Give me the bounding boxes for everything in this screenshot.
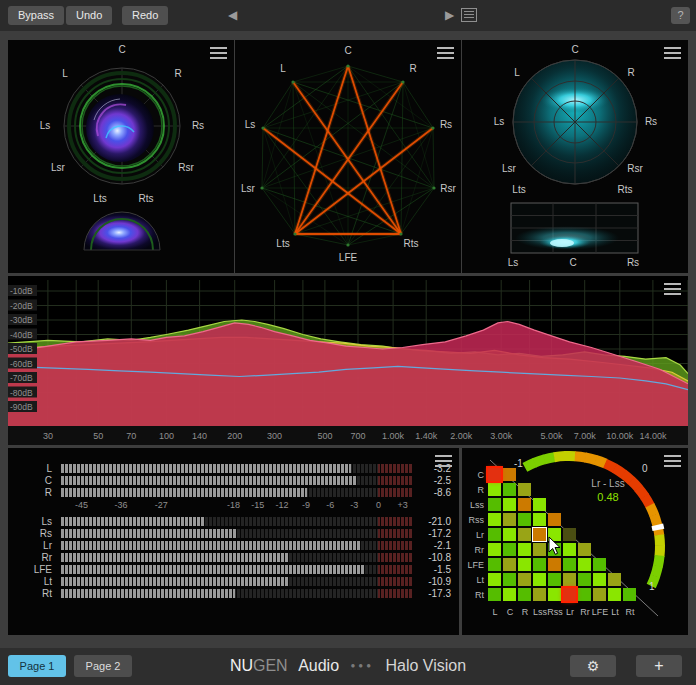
channel-label: Ls bbox=[40, 120, 51, 131]
matrix-cell[interactable] bbox=[533, 513, 546, 526]
matrix-cell[interactable] bbox=[488, 543, 501, 556]
matrix-cell[interactable] bbox=[533, 573, 546, 586]
page1-tab[interactable]: Page 1 bbox=[8, 655, 66, 677]
db-scale-label: -20dB bbox=[10, 301, 33, 311]
matrix-cell[interactable] bbox=[593, 573, 606, 586]
page2-tab[interactable]: Page 2 bbox=[74, 655, 132, 677]
matrix-cell[interactable] bbox=[578, 588, 591, 601]
matrix-cell[interactable] bbox=[533, 588, 546, 601]
matrix-cell[interactable] bbox=[503, 543, 516, 556]
matrix-cell[interactable] bbox=[518, 543, 531, 556]
bypass-button[interactable]: Bypass bbox=[8, 6, 64, 25]
menu-icon[interactable] bbox=[435, 455, 452, 467]
meter-scale: -45-36-27-18-15-12-9-6-30+3 bbox=[16, 499, 451, 514]
freq-scale-label: 1.00k bbox=[382, 431, 405, 441]
next-arrow-icon[interactable]: ▶ bbox=[445, 8, 454, 22]
matrix-cell[interactable] bbox=[488, 483, 501, 496]
matrix-cell[interactable] bbox=[563, 588, 576, 601]
meter-value: -17.2 bbox=[413, 528, 451, 539]
matrix-cell[interactable] bbox=[518, 588, 531, 601]
matrix-cell[interactable] bbox=[518, 528, 531, 541]
matrix-cell[interactable] bbox=[533, 558, 546, 571]
undo-button[interactable]: Undo bbox=[66, 6, 112, 25]
menu-icon[interactable] bbox=[664, 47, 681, 59]
meter-scale-label: -9 bbox=[302, 500, 310, 510]
matrix-cell[interactable] bbox=[503, 498, 516, 511]
matrix-cell[interactable] bbox=[488, 558, 501, 571]
matrix-cell[interactable] bbox=[578, 543, 591, 556]
prev-arrow-icon[interactable]: ◀ bbox=[228, 8, 237, 22]
matrix-cell[interactable] bbox=[548, 558, 561, 571]
matrix-cell[interactable] bbox=[608, 573, 621, 586]
meter-value: -10.9 bbox=[413, 576, 451, 587]
meter-row-R: R-8.6 bbox=[8, 486, 459, 498]
matrix-cell[interactable] bbox=[623, 588, 636, 601]
matrix-row-label: C bbox=[462, 470, 484, 480]
matrix-cell[interactable] bbox=[578, 573, 591, 586]
preset-list-icon[interactable] bbox=[461, 8, 477, 22]
matrix-cell[interactable] bbox=[533, 543, 546, 556]
brand-gen: GEN bbox=[253, 657, 288, 674]
add-page-button[interactable]: + bbox=[636, 655, 682, 677]
redo-button[interactable]: Redo bbox=[122, 6, 168, 25]
matrix-cell[interactable] bbox=[518, 513, 531, 526]
menu-icon[interactable] bbox=[664, 283, 681, 295]
network-node-label: R bbox=[409, 63, 416, 74]
matrix-cell[interactable] bbox=[593, 588, 606, 601]
matrix-cell[interactable] bbox=[518, 573, 531, 586]
panel-surround-energy: CLRLsRsLsrRsr LtsRts LsCRs bbox=[462, 40, 688, 273]
matrix-cell[interactable] bbox=[548, 528, 561, 541]
matrix-cell[interactable] bbox=[548, 543, 561, 556]
menu-icon[interactable] bbox=[664, 455, 681, 467]
matrix-cell[interactable] bbox=[503, 513, 516, 526]
matrix-cell[interactable] bbox=[488, 513, 501, 526]
matrix-cell[interactable] bbox=[503, 588, 516, 601]
matrix-cell[interactable] bbox=[503, 558, 516, 571]
freq-scale-label: 200 bbox=[227, 431, 242, 441]
meter-row-C: C-2.5 bbox=[8, 474, 459, 486]
matrix-cell[interactable] bbox=[488, 528, 501, 541]
matrix-cell[interactable] bbox=[548, 588, 561, 601]
matrix-cell[interactable] bbox=[503, 573, 516, 586]
matrix-cell[interactable] bbox=[488, 498, 501, 511]
matrix-cell[interactable] bbox=[488, 588, 501, 601]
matrix-cell[interactable] bbox=[563, 573, 576, 586]
meter-scale-label: -15 bbox=[251, 500, 264, 510]
channel-label: Lsr bbox=[51, 162, 66, 173]
matrix-cell[interactable] bbox=[488, 468, 501, 481]
channel-label: L bbox=[62, 68, 68, 79]
matrix-cell[interactable] bbox=[503, 528, 516, 541]
matrix-cell[interactable] bbox=[608, 588, 621, 601]
menu-icon[interactable] bbox=[437, 47, 454, 59]
matrix-cell[interactable] bbox=[563, 558, 576, 571]
matrix-cell[interactable] bbox=[503, 483, 516, 496]
matrix-cell[interactable] bbox=[578, 558, 591, 571]
network-node-label: C bbox=[344, 45, 351, 56]
matrix-cell[interactable] bbox=[533, 498, 546, 511]
matrix-cell[interactable] bbox=[518, 498, 531, 511]
matrix-cell[interactable] bbox=[548, 573, 561, 586]
db-scale-label: -70dB bbox=[10, 373, 33, 383]
freq-scale-label: 100 bbox=[159, 431, 174, 441]
matrix-cell[interactable] bbox=[548, 513, 561, 526]
help-button[interactable]: ? bbox=[671, 7, 690, 24]
matrix-cell[interactable] bbox=[488, 573, 501, 586]
meter-bar bbox=[60, 589, 413, 598]
menu-icon[interactable] bbox=[210, 47, 227, 59]
matrix-cell[interactable] bbox=[518, 558, 531, 571]
matrix-cell[interactable] bbox=[563, 528, 576, 541]
correlation-readout: Lr - Lss 0.48 bbox=[562, 478, 654, 503]
matrix-cell[interactable] bbox=[503, 468, 516, 481]
matrix-cell[interactable] bbox=[518, 483, 531, 496]
meter-row-Rr: Rr-10.8 bbox=[8, 551, 459, 563]
meter-channel-label: Lt bbox=[16, 576, 60, 587]
meter-channel-label: R bbox=[16, 487, 60, 498]
matrix-cell[interactable] bbox=[563, 543, 576, 556]
db-scale-label: -10dB bbox=[10, 286, 33, 296]
freq-scale-label: 300 bbox=[267, 431, 282, 441]
matrix-cell[interactable] bbox=[533, 528, 546, 541]
matrix-cell[interactable] bbox=[593, 558, 606, 571]
meter-scale-label: -36 bbox=[115, 500, 128, 510]
settings-gear-button[interactable]: ⚙ bbox=[570, 655, 616, 677]
gauge-zero-label: 0 bbox=[642, 463, 648, 474]
